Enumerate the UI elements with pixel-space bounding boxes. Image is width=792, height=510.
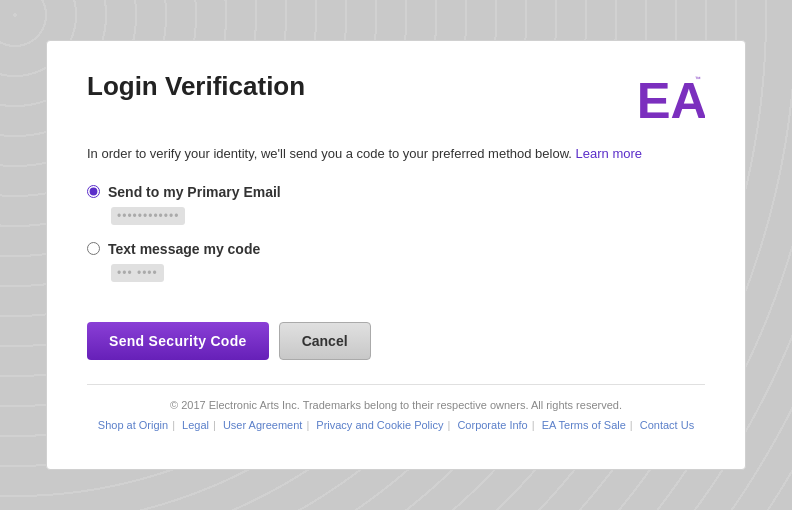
verification-options: Send to my Primary Email •••••••••••• Te… xyxy=(87,184,705,298)
footer-divider xyxy=(87,384,705,385)
page-title: Login Verification xyxy=(87,71,305,102)
footer-link-shop[interactable]: Shop at Origin xyxy=(98,419,168,431)
send-security-code-button[interactable]: Send Security Code xyxy=(87,322,269,360)
copyright-text: © 2017 Electronic Arts Inc. Trademarks b… xyxy=(87,399,705,411)
footer-link-contact[interactable]: Contact Us xyxy=(640,419,694,431)
footer-link-corporate-info[interactable]: Corporate Info xyxy=(457,419,527,431)
learn-more-link[interactable]: Learn more xyxy=(576,146,642,161)
ea-logo: ™ EA xyxy=(635,71,705,126)
sms-sublabel: ••• •••• xyxy=(111,264,164,282)
email-option: Send to my Primary Email •••••••••••• xyxy=(87,184,705,225)
sms-option: Text message my code ••• •••• xyxy=(87,241,705,282)
description-text: In order to verify your identity, we'll … xyxy=(87,144,705,164)
action-buttons: Send Security Code Cancel xyxy=(87,322,705,360)
footer-link-terms[interactable]: EA Terms of Sale xyxy=(542,419,626,431)
footer: © 2017 Electronic Arts Inc. Trademarks b… xyxy=(87,399,705,431)
footer-link-privacy[interactable]: Privacy and Cookie Policy xyxy=(316,419,443,431)
sms-option-label[interactable]: Text message my code xyxy=(87,241,705,257)
email-sublabel: •••••••••••• xyxy=(111,207,185,225)
cancel-button[interactable]: Cancel xyxy=(279,322,371,360)
footer-link-user-agreement[interactable]: User Agreement xyxy=(223,419,302,431)
sms-radio[interactable] xyxy=(87,242,100,255)
card-header: Login Verification ™ EA xyxy=(87,71,705,126)
svg-text:EA: EA xyxy=(637,72,705,126)
email-radio[interactable] xyxy=(87,185,100,198)
email-option-label[interactable]: Send to my Primary Email xyxy=(87,184,705,200)
footer-link-legal[interactable]: Legal xyxy=(182,419,209,431)
footer-links: Shop at Origin| Legal| User Agreement| P… xyxy=(87,419,705,431)
login-verification-card: Login Verification ™ EA In order to veri… xyxy=(46,40,746,470)
